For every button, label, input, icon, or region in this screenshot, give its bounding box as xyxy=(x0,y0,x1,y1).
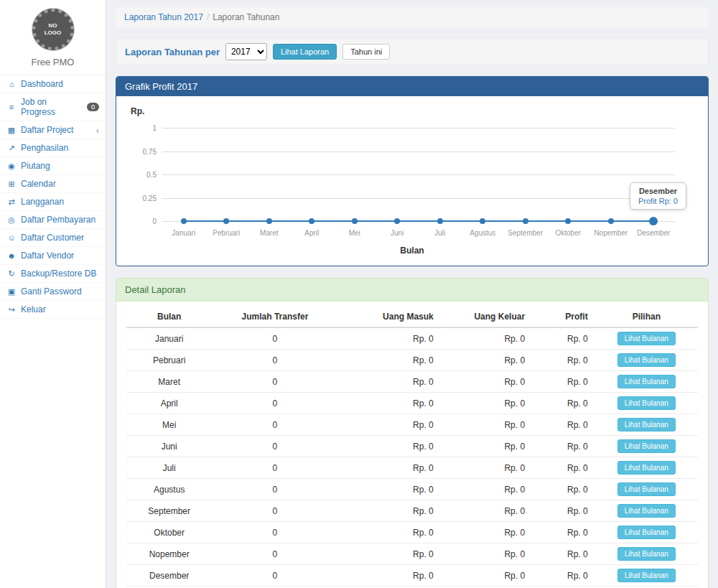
sidebar-item-dashboard[interactable]: ⌂ Dashboard xyxy=(0,75,106,93)
cell-uang-keluar: Rp. 0 xyxy=(441,436,532,457)
year-select[interactable]: 2017 xyxy=(225,43,267,60)
cell-profit: Rp. 0 xyxy=(532,350,595,371)
detail-laporan-panel: Detail Laporan Bulan Jumlah Transfer Uan… xyxy=(116,278,709,588)
lihat-bulanan-button[interactable]: Lihat Bulanan xyxy=(617,418,676,431)
gridline xyxy=(162,128,675,129)
chart-point[interactable] xyxy=(394,218,400,224)
lihat-bulanan-button[interactable]: Lihat Bulanan xyxy=(617,547,676,561)
cell-jumlah-transfer: 0 xyxy=(212,565,337,587)
cell-month: Agustus xyxy=(126,479,212,500)
header-row: Bulan Jumlah Transfer Uang Masuk Uang Ke… xyxy=(126,306,698,327)
sidebar-item-daftar-pembayaran[interactable]: ◎ Daftar Pembayaran xyxy=(0,211,106,229)
chart-body: Rp. 1 0.75 0.5 0.25 0 xyxy=(116,96,708,266)
table-row: September 0 Rp. 0 Rp. 0 Rp. 0 Lihat Bula… xyxy=(126,500,698,522)
cell-month: Nopember xyxy=(126,543,212,565)
lihat-bulanan-button[interactable]: Lihat Bulanan xyxy=(617,332,676,345)
table-row: Mei 0 Rp. 0 Rp. 0 Rp. 0 Lihat Bulanan xyxy=(126,414,698,436)
cell-jumlah-transfer: 0 xyxy=(212,350,337,371)
chart-point[interactable] xyxy=(266,218,272,224)
main-content: Laporan Tahun 2017/Laporan Tahunan Lapor… xyxy=(106,0,718,588)
cell-jumlah-transfer: 0 xyxy=(212,371,337,393)
x-axis-title: Bulan xyxy=(129,246,695,256)
lihat-bulanan-button[interactable]: Lihat Bulanan xyxy=(617,569,676,582)
x-tick-label: Januari xyxy=(162,229,205,237)
cell-jumlah-transfer: 0 xyxy=(212,436,337,457)
lihat-laporan-button[interactable]: Lihat Laporan xyxy=(273,44,337,60)
column-header-jumlah-transfer: Jumlah Transfer xyxy=(212,306,337,327)
lihat-bulanan-button[interactable]: Lihat Bulanan xyxy=(617,526,676,539)
chart-point-cell xyxy=(504,217,547,225)
sign-out-icon: ↪ xyxy=(6,305,17,314)
sidebar-item-job-on-progress[interactable]: ≡ Job on Progress 0 xyxy=(0,93,106,121)
chart-point[interactable] xyxy=(437,218,443,224)
chart-point[interactable] xyxy=(352,218,358,224)
cell-uang-masuk: Rp. 0 xyxy=(338,500,441,522)
x-axis-labels: Januari Pebruari Maret April Mei Juni Ju… xyxy=(162,229,675,237)
vendor-icon: ☻ xyxy=(6,251,17,260)
chart-point[interactable] xyxy=(181,218,187,224)
table-row: Pebruari 0 Rp. 0 Rp. 0 Rp. 0 Lihat Bulan… xyxy=(126,350,698,371)
sidebar-item-ganti-password[interactable]: ▣ Ganti Password xyxy=(0,283,106,301)
cell-month: Maret xyxy=(126,371,212,393)
x-tick-label: Juli xyxy=(419,229,462,237)
tahun-ini-button[interactable]: Tahun ini xyxy=(342,44,390,60)
lihat-bulanan-button[interactable]: Lihat Bulanan xyxy=(617,461,676,475)
chart-line-icon: ↗ xyxy=(6,144,17,153)
sidebar-item-piutang[interactable]: ◉ Piutang xyxy=(0,157,106,175)
cell-uang-keluar: Rp. 0 xyxy=(441,565,532,587)
breadcrumb-link-laporan-tahun[interactable]: Laporan Tahun 2017 xyxy=(124,12,203,22)
lihat-bulanan-button[interactable]: Lihat Bulanan xyxy=(617,504,676,518)
sidebar-item-daftar-project[interactable]: ▦ Daftar Project ‹ xyxy=(0,121,106,139)
sidebar-item-penghasilan[interactable]: ↗ Penghasilan xyxy=(0,139,106,157)
lihat-bulanan-button[interactable]: Lihat Bulanan xyxy=(617,353,676,367)
cell-uang-masuk: Rp. 0 xyxy=(338,522,441,543)
no-logo-badge: NO LOGO xyxy=(32,9,74,50)
sidebar-item-label: Keluar xyxy=(21,304,46,314)
lihat-bulanan-button[interactable]: Lihat Bulanan xyxy=(617,396,676,410)
table-row: Oktober 0 Rp. 0 Rp. 0 Rp. 0 Lihat Bulana… xyxy=(126,522,698,543)
sidebar-item-label: Job on Progress xyxy=(21,97,83,117)
cell-profit: Rp. 0 xyxy=(532,414,595,436)
x-tick-label: Nopember xyxy=(589,229,633,237)
chart-point-cell xyxy=(376,217,419,225)
chart-point[interactable] xyxy=(223,218,229,224)
no-logo-text: NO LOGO xyxy=(43,22,63,36)
sidebar-menu: ⌂ Dashboard ≡ Job on Progress 0 ▦ Daftar… xyxy=(0,75,106,319)
sidebar-item-label: Ganti Password xyxy=(21,286,82,297)
cell-month: Oktober xyxy=(126,522,212,543)
chart-point[interactable] xyxy=(523,218,528,224)
chart-series-line xyxy=(162,217,675,225)
table-row: Juli 0 Rp. 0 Rp. 0 Rp. 0 Lihat Bulanan xyxy=(126,457,698,479)
sidebar-item-langganan[interactable]: ⇄ Langganan xyxy=(0,193,106,211)
sidebar-item-backup-restore-db[interactable]: ↻ Backup/Restore DB xyxy=(0,265,106,283)
breadcrumb-separator: / xyxy=(207,12,209,22)
chart-point[interactable] xyxy=(480,218,485,224)
cell-uang-masuk: Rp. 0 xyxy=(338,436,441,457)
chart-point[interactable] xyxy=(608,218,614,224)
brand-name: Free PMO xyxy=(0,57,106,67)
breadcrumb: Laporan Tahun 2017/Laporan Tahunan xyxy=(116,7,709,27)
lihat-bulanan-button[interactable]: Lihat Bulanan xyxy=(617,482,676,496)
sidebar-item-label: Daftar Customer xyxy=(21,233,84,243)
chart-point-cell xyxy=(205,217,248,225)
chart-point[interactable] xyxy=(565,218,571,224)
y-tick-label: 0 xyxy=(134,218,157,225)
cell-profit: Rp. 0 xyxy=(532,393,595,414)
refresh-icon: ↻ xyxy=(6,269,17,279)
cell-uang-keluar: Rp. 0 xyxy=(441,479,532,500)
column-header-uang-masuk: Uang Masuk xyxy=(338,306,441,327)
calendar-icon: ⊞ xyxy=(6,179,17,189)
lihat-bulanan-button[interactable]: Lihat Bulanan xyxy=(617,375,676,388)
x-tick-label: Agustus xyxy=(462,229,505,237)
chart-point[interactable] xyxy=(649,217,658,225)
sidebar-item-label: Daftar Project xyxy=(21,125,73,135)
column-header-profit: Profit xyxy=(532,306,595,327)
chart-point[interactable] xyxy=(309,218,314,224)
sidebar-item-daftar-vendor[interactable]: ☻ Daftar Vendor xyxy=(0,247,106,265)
sidebar-item-daftar-customer[interactable]: ☺ Daftar Customer xyxy=(0,229,106,247)
sidebar-item-label: Daftar Pembayaran xyxy=(21,215,95,225)
lihat-bulanan-button[interactable]: Lihat Bulanan xyxy=(617,439,676,453)
report-filter-bar: Laporan Tahunan per 2017 Lihat Laporan T… xyxy=(116,38,709,65)
sidebar-item-keluar[interactable]: ↪ Keluar xyxy=(0,301,106,319)
sidebar-item-calendar[interactable]: ⊞ Calendar xyxy=(0,175,106,193)
